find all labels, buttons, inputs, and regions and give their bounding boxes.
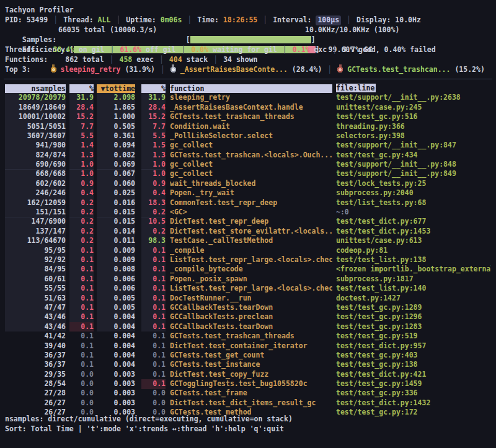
nsamples-cell: 113/64670 (5, 236, 66, 246)
file-line-cell: test/test_dict.py:957 (336, 341, 491, 351)
table-row[interactable]: 39/400.10.0040.1DictTest.test_container_… (0, 341, 496, 351)
direct-pct-cell: 0.0 (69, 370, 94, 380)
thread-value[interactable]: ALL (98, 15, 111, 25)
tottime-cell: 0.003 (97, 370, 135, 380)
direct-pct-cell: 0.1 (69, 360, 94, 370)
table-row[interactable]: 36/370.10.0040.1GCTests.test_instancetes… (0, 360, 496, 369)
divider: │ (277, 45, 293, 55)
function-cell: GCTests.test_frame (170, 389, 332, 398)
function-cell: DictTest.test_repr_deep (170, 217, 332, 227)
column-header-cum-pct[interactable]: % (141, 84, 166, 93)
table-row[interactable]: 602/6020.90.0600.9wait_threads_blockedte… (0, 179, 496, 188)
table-row[interactable]: 43/460.10.0040.1GCCallbackTests.tearDown… (0, 322, 496, 332)
nsamples-cell: 941/980 (5, 141, 66, 151)
file-line-cell: ~:0 (336, 208, 491, 217)
table-row[interactable]: 137/1470.20.0140.2DictTest.test_store_ev… (0, 227, 496, 236)
table-row[interactable]: 941/9801.40.0941.5gc_collecttest/support… (0, 141, 496, 150)
threads-row: Threads: 38.4% on gil │ 61.6% off gil │ … (5, 45, 373, 55)
direct-pct-cell: 0.1 (69, 275, 94, 284)
divider: │ (110, 15, 126, 25)
tottime-cell: 0.361 (97, 131, 135, 141)
on-gil-label: on gil (74, 45, 104, 54)
nsamples-cell: 43/46 (5, 322, 66, 332)
file-line-cell: test/test_gc.py:336 (336, 389, 491, 398)
table-row[interactable]: 47/470.10.0050.1GCCallbackTests.tearDown… (0, 303, 496, 312)
nsamples-cell: 29/35 (5, 370, 66, 380)
top3-label: Top 3: (5, 65, 31, 75)
table-row[interactable]: 26/270.00.0030.0DictTest.test_dict_items… (0, 398, 496, 408)
table-row[interactable]: 246/2460.40.0250.4Popen._try_waitsubproc… (0, 188, 496, 198)
table-row[interactable]: 84/950.10.0080.1_compile_bytecode<frozen… (0, 265, 496, 274)
threads-off-gil: 61.6% off gil (120, 45, 175, 55)
functions-exec: 458 exec (120, 55, 154, 65)
cum-pct-cell: 7.7 (141, 122, 166, 132)
table-row[interactable]: 824/8741.30.0821.3GCTests.test_trashcan.… (0, 151, 496, 160)
table-row[interactable]: 668/6681.00.0671.0gc_collecttest/support… (0, 170, 496, 179)
function-cell: wait_threads_blocked (170, 179, 332, 189)
nsamples-cell: 20978/20979 (5, 93, 66, 103)
direct-pct-cell: 0.1 (69, 246, 94, 256)
tottime-cell: 1.865 (97, 103, 135, 113)
table-row[interactable]: 29/350.00.0030.1DictTest.test_copy_fuzzt… (0, 370, 496, 379)
file-line-cell: test/test_list.py:138 (336, 255, 491, 265)
cum-pct-cell: 10.5 (141, 217, 166, 227)
top3-item-1[interactable]: sleeping_retry (31.9%) (51, 65, 155, 75)
tottime-cell: 0.025 (97, 188, 135, 198)
table-row[interactable]: 147/69000.20.01510.5DictTest.test_repr_d… (0, 217, 496, 226)
table-row[interactable]: 151/1510.20.0150.2<GC>~:0 (0, 208, 496, 217)
direct-pct-cell: 1.3 (69, 151, 94, 160)
table-row[interactable]: 690/6901.00.0691.0gc_collecttest/support… (0, 160, 496, 169)
nsamples-cell: 84/95 (5, 265, 66, 275)
divider: │ (257, 15, 273, 25)
tottime-cell: 0.505 (97, 122, 135, 132)
table-row[interactable]: 27/280.00.0030.0GCTests.test_frametest/t… (0, 389, 496, 398)
functions-total-label: total (78, 55, 104, 64)
table-row[interactable]: 28/540.00.0030.1GCTogglingTests.test_bug… (0, 379, 496, 389)
nsamples-cell: 43/46 (5, 312, 66, 322)
table-row[interactable]: 92/920.10.0090.1ListTest.test_repr_large… (0, 255, 496, 265)
file-line-cell: unittest/case.py:613 (336, 236, 491, 246)
cum-pct-cell: 98.3 (141, 236, 166, 246)
table-row[interactable]: 162/120590.20.01618.3CommonTest.test_rep… (0, 198, 496, 208)
on-gil-value: 38.4% (53, 45, 74, 54)
table-row[interactable]: 10001/1000215.21.00015.2GCTests.test_tra… (0, 112, 496, 121)
page-title: Tachyon Profiler (5, 6, 74, 15)
function-cell: GCCallbackTests.tearDown (170, 322, 332, 332)
file-line-cell: test/test_gc.py:1459 (336, 379, 491, 389)
cum-pct-cell: 0.1 (141, 312, 166, 322)
column-header-nsamples[interactable]: nsamples (5, 84, 66, 93)
table-row[interactable]: 41/420.10.0040.1GCTests.test_trashcan_th… (0, 332, 496, 341)
file-line-cell: test/support/__init__.py:847 (336, 141, 491, 151)
table-row[interactable]: 36/370.10.0040.1GCTests.test_get_countte… (0, 351, 496, 360)
table-row[interactable]: 3607/36075.50.3615.5_PollLikeSelector.se… (0, 131, 496, 141)
cum-pct-cell: 0.9 (141, 179, 166, 189)
file-line-cell: test/test_gc.py:434 (336, 151, 491, 160)
table-row[interactable]: 95/950.10.0090.1_compilecodeop.py:81 (0, 246, 496, 255)
tottime-cell: 1.000 (97, 112, 135, 122)
function-cell: CommonTest.test_repr_deep (170, 198, 332, 208)
nsamples-cell: 36/37 (5, 351, 66, 361)
table-row[interactable]: 51/630.10.0050.1DocTestRunner.__rundocte… (0, 294, 496, 303)
column-header-direct-pct[interactable]: % (69, 84, 94, 93)
table-row[interactable]: 5051/50517.70.5057.7Condition.waitthread… (0, 122, 496, 131)
table-row[interactable]: 60/610.10.0060.1Popen._posix_spawnsubpro… (0, 275, 496, 284)
file-line-cell: test/test_gc.py:1296 (336, 312, 491, 322)
column-header-file-line[interactable]: file:line (336, 84, 491, 94)
function-cell: DictTest.test_container_iterator (170, 341, 332, 351)
column-header-function[interactable]: function (170, 84, 332, 93)
divider: │ (327, 45, 342, 55)
functions-exec-label: exec (132, 55, 154, 64)
cum-pct-cell: 1.3 (141, 151, 166, 160)
table-row[interactable]: 113/646700.20.01198.3TestCase._callTestM… (0, 236, 496, 245)
table-row[interactable]: 20978/2097931.92.09831.9sleeping_retryte… (0, 93, 496, 102)
column-header-tottime-sorted[interactable]: ▼tottime (97, 84, 135, 93)
tottime-cell: 0.067 (97, 169, 135, 179)
file-line-cell: test/test_gc.py:1289 (336, 303, 491, 313)
table-row[interactable]: 55/550.10.0060.1ListTest.test_repr_large… (0, 284, 496, 293)
nsamples-cell: 92/92 (5, 255, 66, 265)
top3-item-3[interactable]: GCTests.test_trashcan... (15.2%) (337, 65, 485, 75)
table-row[interactable]: 43/460.10.0040.1GCCallbackTests.preclean… (0, 312, 496, 322)
top3-item-2[interactable]: _AssertRaisesBaseConte... (28.4%) (170, 65, 322, 75)
table-row[interactable]: 18649/1864928.41.86528.4_AssertRaisesBas… (0, 103, 496, 112)
file-line-cell: subprocess.py:2040 (336, 188, 491, 198)
